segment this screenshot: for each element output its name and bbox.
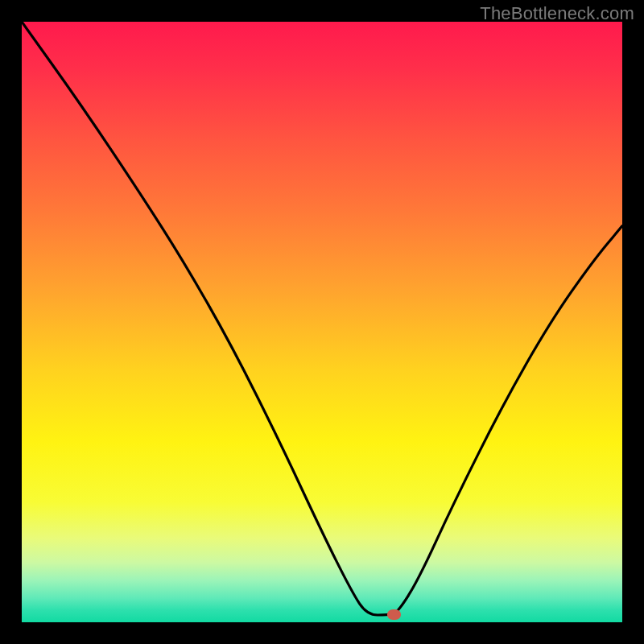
- plot-area: [22, 22, 622, 622]
- curve-path: [22, 22, 622, 615]
- watermark-text: TheBottleneck.com: [480, 3, 634, 24]
- bottleneck-curve: [22, 22, 622, 622]
- optimal-point-marker: [387, 609, 401, 620]
- chart-frame: TheBottleneck.com: [0, 0, 644, 644]
